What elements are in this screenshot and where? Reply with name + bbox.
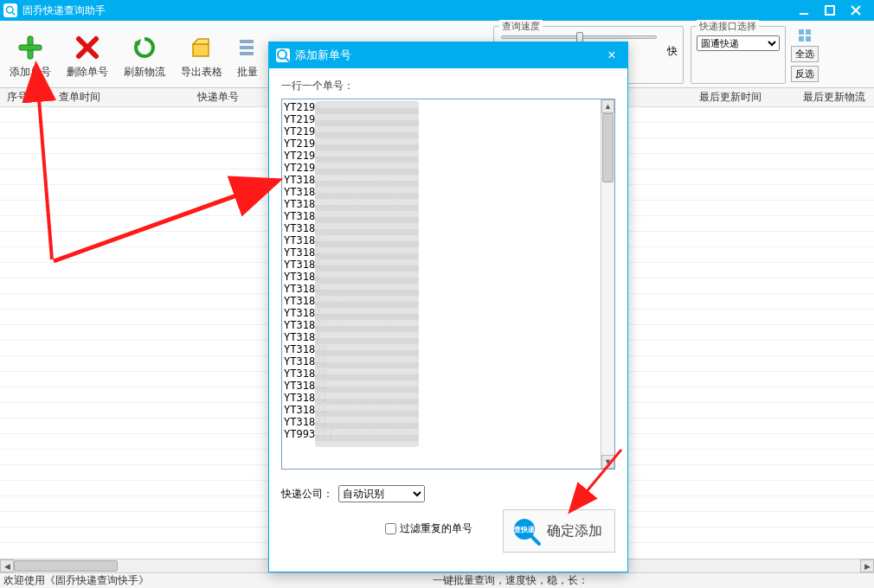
svg-line-22	[531, 536, 539, 544]
svg-rect-12	[240, 46, 254, 49]
minimize-button[interactable]	[796, 3, 812, 18]
col-time: 查单时间	[52, 90, 190, 105]
carrier-select[interactable]: 圆通快递	[697, 35, 780, 51]
svg-rect-11	[240, 40, 254, 43]
add-tracking-label: 添加单号	[10, 65, 51, 80]
svg-point-18	[278, 50, 286, 59]
refresh-label: 刷新物流	[124, 65, 165, 80]
close-button[interactable]	[848, 3, 864, 18]
batch-icon	[234, 34, 261, 61]
scroll-right-icon[interactable]: ▶	[860, 559, 874, 572]
company-select[interactable]: 自动识别	[338, 485, 425, 502]
dialog-hint: 一行一个单号：	[281, 79, 615, 93]
col-last-status: 最后更新物流	[796, 90, 874, 105]
export-icon	[188, 34, 215, 61]
add-tracking-dialog: 添加新单号 × 一行一个单号： ▲ ▼ 快递公司： 自动识别 过滤重复的单号	[268, 42, 628, 572]
scroll-down-icon[interactable]: ▼	[601, 455, 614, 469]
api-group: 快递接口选择 圆通快递	[691, 26, 786, 84]
export-button[interactable]: 导出表格	[173, 24, 230, 86]
svg-rect-14	[799, 29, 804, 35]
add-tracking-button[interactable]: 添加单号	[2, 24, 59, 86]
company-label: 快递公司：	[281, 487, 333, 502]
batch-button[interactable]: 批量	[230, 24, 265, 86]
svg-rect-13	[240, 52, 254, 55]
vscroll-thumb[interactable]	[602, 113, 614, 182]
svg-line-1	[12, 12, 15, 15]
refresh-button[interactable]: 刷新物流	[116, 24, 173, 86]
svg-rect-16	[799, 36, 804, 42]
svg-line-19	[286, 58, 289, 61]
tracking-textarea[interactable]	[282, 99, 614, 469]
dialog-title: 添加新单号	[295, 48, 603, 63]
confirm-add-label: 确定添加	[547, 522, 602, 540]
plus-icon	[16, 34, 44, 61]
refresh-icon	[131, 34, 158, 61]
scroll-up-icon[interactable]: ▲	[601, 99, 614, 113]
app-icon	[3, 3, 17, 17]
svg-rect-17	[806, 36, 811, 42]
svg-rect-7	[19, 45, 42, 50]
status-bar: 欢迎使用《固乔快递查询快手》 一键批量查询，速度快，稳，长：	[0, 572, 874, 588]
api-legend: 快递接口选择	[697, 20, 759, 33]
svg-rect-2	[800, 13, 808, 15]
status-mid: 一键批量查询，速度快，稳，长：	[433, 573, 588, 588]
speed-suffix: 快	[667, 44, 678, 59]
svg-point-0	[7, 7, 14, 14]
scroll-left-icon[interactable]: ◀	[0, 559, 14, 572]
speed-legend: 查询速度	[499, 20, 543, 33]
filter-duplicates-checkbox[interactable]: 过滤重复的单号	[385, 521, 472, 536]
speed-slider[interactable]	[501, 35, 657, 39]
lookup-icon: 查快递	[511, 515, 542, 546]
window-title: 固乔快递查询助手	[22, 3, 796, 18]
svg-rect-15	[806, 29, 811, 35]
batch-label: 批量	[237, 65, 258, 80]
maximize-button[interactable]	[822, 3, 838, 18]
svg-text:查快递: 查快递	[513, 526, 536, 534]
export-label: 导出表格	[181, 65, 222, 80]
delete-tracking-button[interactable]: 删除单号	[59, 24, 116, 86]
textarea-scrollbar[interactable]: ▲ ▼	[601, 99, 614, 469]
select-all-button[interactable]: 全选	[791, 46, 819, 62]
delete-tracking-label: 删除单号	[67, 65, 108, 80]
col-last-update: 最后更新时间	[692, 90, 796, 105]
tracking-textarea-wrap: ▲ ▼	[281, 99, 615, 470]
hscroll-thumb[interactable]	[14, 560, 118, 572]
invert-select-button[interactable]: 反选	[791, 66, 819, 82]
dialog-titlebar: 添加新单号 ×	[269, 42, 627, 68]
col-seq: 序号	[0, 90, 52, 105]
status-left: 欢迎使用《固乔快递查询快手》	[3, 573, 149, 588]
delete-icon	[74, 34, 101, 61]
svg-rect-3	[826, 6, 834, 15]
window-titlebar: 固乔快递查询助手	[0, 0, 874, 21]
confirm-add-button[interactable]: 查快递 确定添加	[503, 509, 615, 553]
dialog-close-button[interactable]: ×	[603, 48, 620, 63]
dialog-icon	[276, 48, 290, 62]
grid-icon	[798, 29, 812, 42]
